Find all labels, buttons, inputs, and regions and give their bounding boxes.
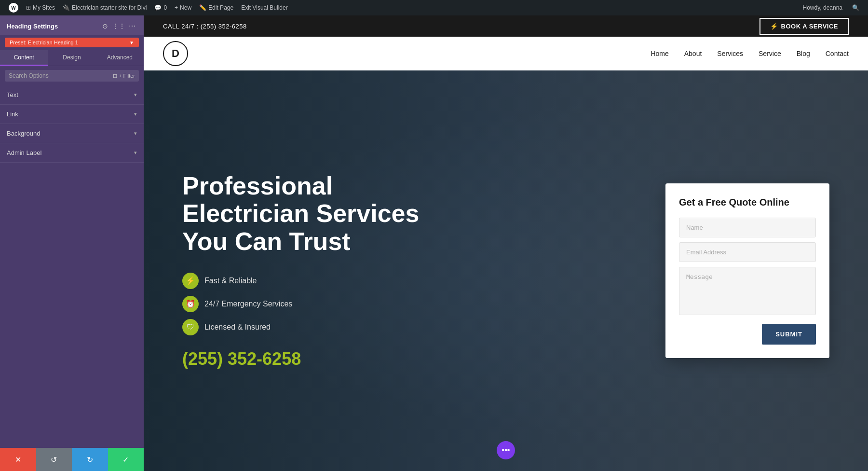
logo-letter: D [172, 47, 179, 60]
feature-3-icon: 🛡 [182, 319, 199, 335]
cancel-icon: ✕ [15, 455, 21, 464]
feature-2-icon: ⏰ [182, 296, 199, 312]
comments-count: 0 [163, 4, 167, 11]
accordion-text: Text ▾ [0, 85, 144, 105]
nav-link-home[interactable]: Home [651, 50, 668, 57]
dots-menu-button[interactable]: ••• [497, 441, 515, 459]
accordion-text-label: Text [7, 91, 18, 98]
panel-more-icon[interactable]: ⋯ [127, 21, 137, 31]
hero-section: Professional Electrician Services You Ca… [144, 70, 868, 471]
hero-heading-line3: You Can Trust [182, 227, 351, 255]
nav-link-blog[interactable]: Blog [797, 50, 810, 57]
hero-heading-line2: Electrician Services [182, 199, 419, 227]
edit-page-item[interactable]: ✏️ Edit Page [195, 0, 237, 15]
my-sites-item[interactable]: ⊞ My Sites [22, 0, 59, 15]
bottom-dots: ••• [497, 441, 515, 459]
admin-bar-right: Howdy, deanna 🔍 [799, 4, 864, 11]
accordion-admin-label-header[interactable]: Admin Label ▾ [0, 143, 144, 162]
tab-advanced[interactable]: Advanced [96, 50, 144, 66]
exit-visual-builder-item[interactable]: Exit Visual Builder [237, 0, 292, 15]
search-admin-icon: 🔍 [852, 4, 859, 11]
accordion-text-chevron: ▾ [134, 92, 137, 98]
nav-link-services[interactable]: Services [717, 50, 743, 57]
hero-content: Professional Electrician Services You Ca… [182, 172, 472, 369]
accordion-background-header[interactable]: Background ▾ [0, 124, 144, 143]
topbar-phone: CALL 24/7 : (255) 352-6258 [163, 23, 247, 30]
undo-icon: ↺ [51, 455, 57, 464]
quote-name-input[interactable] [679, 218, 816, 237]
feature-1-icon: ⚡ [182, 273, 199, 289]
accordion-admin-label: Admin Label ▾ [0, 143, 144, 163]
preset-bar[interactable]: Preset: Electrician Heading 1 ▼ [5, 38, 139, 47]
site-name-label: Electrician starter site for Divi [72, 4, 147, 11]
book-service-label: BOOK A SERVICE [781, 23, 838, 30]
comments-item[interactable]: 💬 0 [150, 0, 171, 15]
quote-submit-button[interactable]: SUBMIT [762, 324, 816, 345]
feature-2-text: 24/7 Emergency Services [204, 300, 292, 308]
feature-3-text: Licensed & Insured [204, 323, 271, 332]
preset-label: Preset: Electrician Heading 1 [10, 40, 127, 45]
accordion-link-chevron: ▾ [134, 111, 137, 117]
howdy-item[interactable]: Howdy, deanna [799, 4, 847, 11]
accordion-text-header[interactable]: Text ▾ [0, 85, 144, 104]
exit-vb-label: Exit Visual Builder [241, 4, 288, 11]
preset-chevron-icon: ▼ [129, 40, 134, 45]
undo-button[interactable]: ↺ [36, 448, 72, 471]
edit-page-icon: ✏️ [199, 4, 206, 11]
save-button[interactable]: ✓ [108, 448, 144, 471]
site-topbar: CALL 24/7 : (255) 352-6258 ⚡ BOOK A SERV… [144, 15, 868, 37]
panel-bottom-toolbar: ✕ ↺ ↻ ✓ [0, 448, 144, 471]
search-options-input[interactable] [9, 72, 110, 79]
accordion-background-label: Background [7, 130, 40, 137]
feature-1-text: Fast & Reliable [204, 277, 257, 285]
dots-icon: ••• [502, 446, 510, 455]
nav-link-contact[interactable]: Contact [826, 50, 849, 57]
left-panel: Heading Settings ⊙ ⋮⋮ ⋯ Preset: Electric… [0, 15, 144, 471]
quote-email-input[interactable] [679, 242, 816, 262]
quote-form-card: Get a Free Quote Online SUBMIT [665, 183, 829, 358]
hero-feature-3: 🛡 Licensed & Insured [182, 319, 472, 335]
edit-page-label: Edit Page [208, 4, 233, 11]
filter-icon: ⊞ [113, 73, 117, 79]
accordion-link-header[interactable]: Link ▾ [0, 105, 144, 124]
hero-phone[interactable]: (255) 352-6258 [182, 349, 472, 369]
accordion-admin-label-chevron: ▾ [134, 150, 137, 156]
comments-icon: 💬 [154, 4, 162, 11]
accordion-background-chevron: ▾ [134, 130, 137, 137]
save-icon: ✓ [122, 455, 129, 464]
wp-icon: W [9, 3, 18, 13]
admin-bar: W ⊞ My Sites 🔌 Electrician starter site … [0, 0, 868, 15]
panel-title: Heading Settings [7, 23, 58, 30]
quote-submit-label: SUBMIT [775, 331, 802, 338]
book-service-button[interactable]: ⚡ BOOK A SERVICE [760, 18, 849, 35]
howdy-text: Howdy, deanna [803, 4, 843, 11]
panel-header: Heading Settings ⊙ ⋮⋮ ⋯ [0, 15, 144, 35]
my-sites-label: My Sites [33, 4, 55, 11]
accordion-admin-label-label: Admin Label [7, 149, 41, 156]
site-name-item[interactable]: 🔌 Electrician starter site for Divi [59, 0, 150, 15]
quote-message-input[interactable] [679, 267, 816, 315]
hero-heading: Professional Electrician Services You Ca… [182, 172, 472, 255]
panel-settings-icon[interactable]: ⊙ [100, 21, 110, 31]
site-icon: 🔌 [63, 4, 70, 11]
accordion-background: Background ▾ [0, 124, 144, 143]
site-nav: D Home About Services Service Blog Conta… [144, 37, 868, 70]
redo-icon: ↻ [87, 455, 93, 464]
hero-feature-1: ⚡ Fast & Reliable [182, 273, 472, 289]
redo-button[interactable]: ↻ [72, 448, 108, 471]
nav-link-service[interactable]: Service [759, 50, 781, 57]
search-admin-item[interactable]: 🔍 [848, 4, 863, 11]
panel-header-icons: ⊙ ⋮⋮ ⋯ [100, 21, 137, 31]
new-item[interactable]: + New [171, 0, 195, 15]
panel-grid-icon[interactable]: ⋮⋮ [114, 21, 123, 31]
wp-logo-item[interactable]: W [5, 0, 22, 15]
nav-link-about[interactable]: About [684, 50, 702, 57]
hero-feature-2: ⏰ 24/7 Emergency Services [182, 296, 472, 312]
cancel-button[interactable]: ✕ [0, 448, 36, 471]
site-nav-links: Home About Services Service Blog Contact [651, 50, 849, 57]
tab-content[interactable]: Content [0, 50, 48, 66]
search-options-bar: ⊞ + Filter [5, 70, 139, 82]
filter-label: + Filter [119, 73, 135, 79]
tab-design[interactable]: Design [48, 50, 95, 66]
filter-button[interactable]: ⊞ + Filter [113, 73, 135, 79]
